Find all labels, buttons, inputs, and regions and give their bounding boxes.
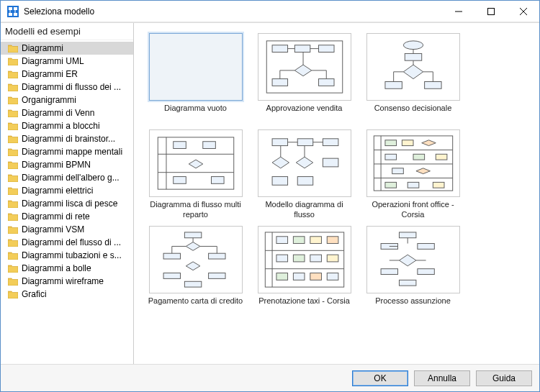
svg-rect-12 <box>272 45 287 53</box>
template-thumbnail[interactable] <box>149 226 243 293</box>
template-item[interactable]: Consenso decisionale <box>364 33 462 124</box>
category-item[interactable]: Diagrammi del flusso di ... <box>1 236 133 249</box>
svg-rect-14 <box>318 45 333 53</box>
svg-rect-13 <box>294 45 310 53</box>
category-label: Diagrammi dell'albero g... <box>22 173 120 183</box>
category-label: Diagrammi VSM <box>22 224 84 234</box>
svg-rect-26 <box>405 53 421 60</box>
svg-rect-70 <box>384 182 396 188</box>
template-thumbnail[interactable] <box>258 226 351 293</box>
svg-rect-97 <box>327 255 338 262</box>
svg-rect-4 <box>14 13 17 16</box>
template-item[interactable]: Prenotazione taxi - Corsia <box>256 226 353 316</box>
template-label: Prenotazione taxi - Corsia <box>258 296 350 316</box>
category-item[interactable]: Diagrammi a blocchi <box>1 119 133 132</box>
dialog-window: Seleziona modello Modelli ed esempi Diag… <box>0 0 540 392</box>
template-label: Modello diagramma di flusso <box>256 200 353 220</box>
svg-marker-42 <box>189 160 203 168</box>
template-thumbnail[interactable] <box>366 226 460 293</box>
category-item[interactable]: Diagrammi lisca di pesce <box>1 197 133 210</box>
minimize-button[interactable] <box>442 1 474 22</box>
svg-rect-1 <box>9 7 12 10</box>
category-item[interactable]: Diagrammi UML <box>1 55 133 68</box>
svg-rect-65 <box>384 154 396 160</box>
svg-rect-45 <box>272 139 287 146</box>
category-item[interactable]: Diagrammi di flusso dei ... <box>1 81 133 94</box>
svg-marker-49 <box>296 157 312 168</box>
template-label: Approvazione vendita <box>266 104 343 124</box>
svg-marker-105 <box>399 255 415 266</box>
dialog-footer: OK Annulla Guida <box>1 364 539 391</box>
category-item[interactable]: Diagrammi BPMN <box>1 158 133 171</box>
category-item[interactable]: Diagrammi a bolle <box>1 262 133 275</box>
template-item[interactable]: Modello diagramma di flusso <box>256 129 353 220</box>
category-label: Diagrammi di Venn <box>22 108 94 118</box>
svg-rect-62 <box>384 140 396 146</box>
category-item[interactable]: Diagrammi di Venn <box>1 106 133 119</box>
ok-button[interactable]: OK <box>352 370 408 386</box>
svg-rect-96 <box>310 255 321 262</box>
close-button[interactable] <box>507 1 539 22</box>
template-thumbnail[interactable] <box>149 33 243 101</box>
svg-rect-51 <box>272 177 287 186</box>
template-label: Diagramma vuoto <box>164 104 227 124</box>
template-thumbnail[interactable] <box>366 129 460 197</box>
category-label: Diagrammi ER <box>22 69 78 79</box>
svg-rect-75 <box>163 253 180 259</box>
maximize-button[interactable] <box>474 1 507 22</box>
category-item[interactable]: Organigrammi <box>1 94 133 106</box>
svg-rect-101 <box>327 273 338 281</box>
template-item[interactable]: Diagramma vuoto <box>147 33 244 124</box>
template-gallery[interactable]: Diagramma vuotoApprovazione venditaConse… <box>134 23 539 364</box>
template-label: Pagamento carta di credito <box>148 296 243 316</box>
template-item[interactable]: Approvazione vendita <box>256 33 353 124</box>
category-label: Diagrammi <box>22 43 63 53</box>
category-item[interactable]: Diagrammi di rete <box>1 210 133 223</box>
svg-rect-41 <box>202 142 215 149</box>
svg-rect-16 <box>272 79 287 86</box>
svg-rect-46 <box>297 139 312 146</box>
help-button[interactable]: Guida <box>476 370 532 386</box>
svg-rect-78 <box>163 273 180 279</box>
template-thumbnail[interactable] <box>258 33 351 101</box>
svg-rect-44 <box>211 177 224 184</box>
svg-rect-8 <box>487 8 494 14</box>
svg-rect-47 <box>323 139 338 146</box>
template-item[interactable]: Pagamento carta di credito <box>147 226 244 316</box>
category-item[interactable]: Diagrammi elettrici <box>1 184 133 197</box>
svg-rect-95 <box>293 255 305 262</box>
template-item[interactable]: Processo assunzione <box>364 226 462 316</box>
category-item[interactable]: Diagrammi ER <box>1 68 133 81</box>
category-label: Diagrammi UML <box>22 56 84 66</box>
svg-rect-40 <box>173 142 186 149</box>
template-label: Operazioni front office - Corsia <box>364 200 462 220</box>
template-thumbnail[interactable] <box>366 33 460 101</box>
app-icon <box>6 5 19 18</box>
category-label: Diagrammi del flusso di ... <box>22 237 121 247</box>
category-item[interactable]: Diagrammi VSM <box>1 223 133 236</box>
svg-rect-50 <box>323 158 338 167</box>
category-item[interactable]: Diagrammi dell'albero g... <box>1 171 133 184</box>
svg-rect-107 <box>417 269 433 275</box>
svg-rect-68 <box>392 168 403 174</box>
category-item[interactable]: Diagrammi mappe mentali <box>1 145 133 158</box>
template-item[interactable]: Operazioni front office - Corsia <box>364 129 462 220</box>
template-thumbnail[interactable] <box>149 129 243 197</box>
svg-rect-100 <box>310 273 321 281</box>
category-item[interactable]: Diagrammi tubazioni e s... <box>1 249 133 262</box>
svg-marker-74 <box>186 242 200 251</box>
category-item[interactable]: Diagrammi <box>1 42 133 55</box>
template-label: Diagramma di flusso multi reparto <box>147 200 244 220</box>
template-item[interactable]: Diagramma di flusso multi reparto <box>147 129 244 220</box>
category-tree[interactable]: DiagrammiDiagrammi UMLDiagrammi ERDiagra… <box>1 40 133 364</box>
sidebar: Modelli ed esempi DiagrammiDiagrammi UML… <box>1 23 134 364</box>
svg-rect-102 <box>399 232 415 238</box>
category-item[interactable]: Diagrammi di brainstor... <box>1 132 133 145</box>
category-label: Diagrammi di brainstor... <box>22 134 115 144</box>
template-thumbnail[interactable] <box>258 129 351 197</box>
cancel-button[interactable]: Annulla <box>414 370 470 386</box>
category-item[interactable]: Diagrammi wireframe <box>1 275 133 288</box>
svg-rect-28 <box>384 82 401 89</box>
svg-rect-90 <box>276 237 287 244</box>
category-item[interactable]: Grafici <box>1 288 133 301</box>
